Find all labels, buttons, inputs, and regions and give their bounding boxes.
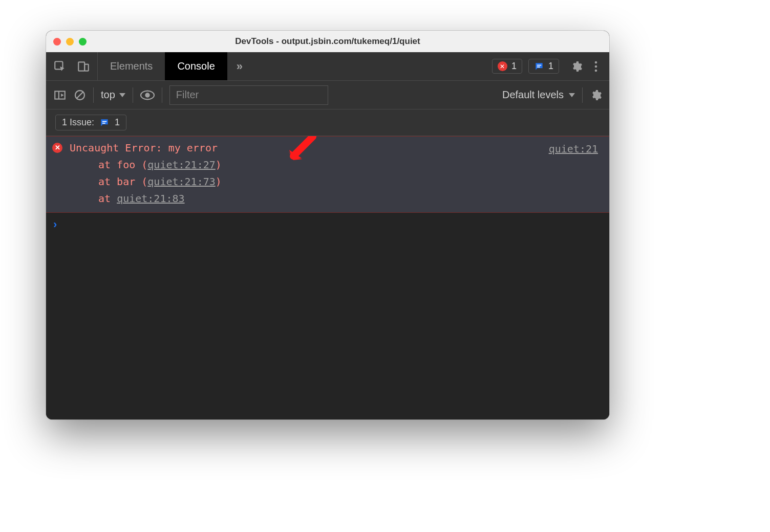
- devtools-window: DevTools - output.jsbin.com/tukemeq/1/qu…: [46, 31, 609, 419]
- traffic-lights: [53, 38, 87, 46]
- console-prompt[interactable]: ›: [46, 213, 609, 236]
- chevron-down-icon: [119, 93, 125, 97]
- filter-input[interactable]: [169, 85, 328, 105]
- svg-point-7: [595, 69, 597, 72]
- console-toolbar: top Default levels: [46, 81, 609, 109]
- stack-frame: at quiet:21:83: [52, 190, 599, 207]
- issue-icon: [534, 61, 544, 72]
- console-output: quiet:21 ✕ Uncaught Error: my error at f…: [46, 136, 609, 419]
- svg-rect-4: [537, 66, 540, 68]
- svg-rect-1: [78, 62, 84, 71]
- errors-badge-count: 1: [511, 61, 517, 72]
- svg-point-5: [595, 61, 597, 63]
- stack-frame-link[interactable]: quiet:21:73: [147, 175, 215, 188]
- error-message: Uncaught Error: my error: [70, 140, 218, 157]
- svg-rect-3: [537, 64, 541, 65]
- error-icon: ✕: [498, 61, 507, 71]
- log-levels-selector[interactable]: Default levels: [502, 89, 575, 101]
- svg-marker-10: [61, 93, 63, 97]
- left-tool-icons: [46, 52, 98, 80]
- titlebar: DevTools - output.jsbin.com/tukemeq/1/qu…: [46, 31, 609, 52]
- device-toolbar-icon[interactable]: [77, 60, 90, 73]
- issues-badge[interactable]: 1: [528, 59, 559, 74]
- chevron-down-icon: [569, 93, 575, 97]
- issue-bar: 1 Issue: 1: [46, 109, 609, 136]
- issue-pill-count: 1: [115, 117, 120, 128]
- stack-frame: at foo (quiet:21:27): [52, 157, 599, 173]
- log-levels-label: Default levels: [502, 89, 564, 101]
- right-tool-icons: [563, 52, 609, 80]
- prompt-caret-icon: ›: [53, 218, 57, 231]
- issue-pill[interactable]: 1 Issue: 1: [55, 115, 126, 130]
- svg-line-12: [77, 92, 83, 98]
- tab-elements[interactable]: Elements: [98, 52, 165, 80]
- minimize-window-button[interactable]: [66, 38, 74, 46]
- stack-frame-prefix: at foo (: [98, 159, 147, 171]
- status-badges: ✕ 1 1: [492, 52, 563, 80]
- more-tabs-button[interactable]: »: [227, 52, 252, 80]
- context-selector[interactable]: top: [101, 89, 125, 101]
- live-expression-icon[interactable]: [140, 90, 155, 100]
- errors-badge[interactable]: ✕ 1: [492, 59, 522, 74]
- stack-frame-link[interactable]: quiet:21:83: [117, 192, 184, 205]
- stack-frame-link[interactable]: quiet:21:27: [147, 159, 215, 171]
- svg-point-14: [145, 93, 149, 97]
- close-window-button[interactable]: [53, 38, 61, 46]
- stack-frame-prefix: at: [98, 192, 117, 205]
- zoom-window-button[interactable]: [79, 38, 87, 46]
- error-source-link[interactable]: quiet:21: [549, 141, 598, 158]
- issues-badge-count: 1: [548, 61, 553, 72]
- more-menu-icon[interactable]: [594, 60, 598, 73]
- stack-frame-suffix: ): [216, 159, 222, 171]
- tab-console[interactable]: Console: [165, 52, 227, 80]
- toggle-sidebar-icon[interactable]: [53, 88, 67, 102]
- svg-rect-16: [102, 123, 105, 124]
- error-icon: ✕: [52, 143, 62, 153]
- window-title: DevTools - output.jsbin.com/tukemeq/1/qu…: [46, 36, 609, 47]
- clear-console-icon[interactable]: [74, 89, 86, 101]
- issue-icon: [99, 118, 110, 128]
- stack-frame-suffix: ): [216, 175, 222, 188]
- svg-rect-2: [84, 64, 89, 71]
- svg-point-6: [595, 65, 597, 68]
- settings-icon[interactable]: [570, 60, 583, 73]
- console-error-entry: quiet:21 ✕ Uncaught Error: my error at f…: [46, 136, 609, 213]
- issue-pill-label: 1 Issue:: [62, 117, 94, 128]
- svg-rect-15: [102, 121, 106, 122]
- context-selector-label: top: [101, 89, 115, 101]
- stack-frame: at bar (quiet:21:73): [52, 173, 599, 190]
- devtools-tabbar: Elements Console » ✕ 1 1: [46, 52, 609, 81]
- stack-frame-prefix: at bar (: [98, 175, 147, 188]
- console-settings-icon[interactable]: [590, 89, 602, 101]
- inspect-element-icon[interactable]: [53, 60, 67, 73]
